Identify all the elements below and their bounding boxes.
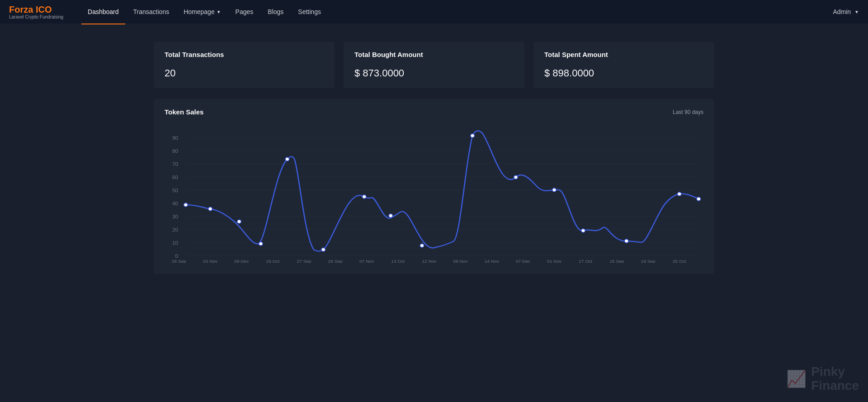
svg-text:70: 70: [172, 161, 178, 167]
navbar-left: Forza ICO Laravel Crypto Fundraising Das…: [9, 5, 327, 19]
svg-text:28 Sep: 28 Sep: [172, 259, 187, 263]
svg-text:13 Oct: 13 Oct: [391, 259, 405, 263]
svg-point-34: [678, 192, 682, 196]
svg-text:25 Oct: 25 Oct: [673, 259, 686, 263]
brand-plain: Forza: [9, 5, 36, 14]
svg-text:27 Sep: 27 Sep: [297, 259, 312, 263]
svg-text:20: 20: [172, 227, 178, 232]
svg-point-27: [389, 214, 393, 218]
chevron-down-icon: ▼: [217, 9, 221, 14]
svg-point-22: [237, 220, 241, 223]
svg-text:07 Dec: 07 Dec: [516, 259, 530, 263]
nav-settings[interactable]: Settings: [292, 5, 327, 18]
svg-point-23: [259, 242, 263, 246]
svg-point-28: [420, 244, 424, 247]
brand-title: Forza ICO: [9, 5, 63, 14]
stat-title-transactions: Total Transactions: [165, 51, 324, 58]
svg-point-24: [285, 157, 289, 161]
user-label: Admin: [833, 8, 851, 15]
watermark: 📈 Pinky Finance: [786, 365, 859, 393]
svg-text:29 Oct: 29 Oct: [266, 259, 280, 263]
svg-text:12 Nov: 12 Nov: [422, 259, 436, 263]
svg-text:80: 80: [172, 148, 178, 154]
stat-value-transactions: 20: [165, 67, 324, 79]
nav-user[interactable]: Admin ▼: [833, 8, 859, 15]
nav-blogs[interactable]: Blogs: [261, 5, 290, 18]
stat-title-bought: Total Bought Amount: [354, 51, 514, 58]
svg-text:30: 30: [172, 214, 178, 219]
watermark-text: Pinky Finance: [811, 365, 859, 393]
watermark-line2: Finance: [811, 379, 859, 393]
svg-text:15 Sep: 15 Sep: [609, 259, 624, 263]
stat-value-bought: $ 873.0000: [354, 67, 514, 79]
svg-text:19 Sep: 19 Sep: [641, 259, 656, 263]
nav-pages[interactable]: Pages: [229, 5, 260, 18]
svg-text:08 Dec: 08 Dec: [234, 259, 249, 263]
svg-point-33: [624, 239, 628, 243]
svg-text:0: 0: [175, 253, 178, 259]
stat-value-spent: $ 898.0000: [544, 67, 703, 79]
svg-text:26 Sep: 26 Sep: [328, 259, 343, 263]
svg-text:01 Nov: 01 Nov: [547, 259, 561, 263]
svg-point-21: [208, 207, 212, 211]
svg-point-32: [581, 229, 585, 232]
svg-text:03 Nov: 03 Nov: [203, 259, 217, 263]
chart-card: Token Sales Last 90 days 0 10 20 30 40 5…: [154, 99, 714, 274]
svg-point-26: [362, 195, 366, 199]
nav-dashboard[interactable]: Dashboard: [81, 5, 125, 18]
svg-text:90: 90: [172, 135, 178, 141]
brand-accent: ICO: [36, 5, 52, 14]
stat-title-spent: Total Spent Amount: [544, 51, 703, 58]
nav-links: Dashboard Transactions Homepage ▼ Pages …: [81, 5, 327, 18]
chart-period: Last 90 days: [673, 109, 703, 115]
stat-card-bought: Total Bought Amount $ 873.0000: [344, 42, 524, 88]
brand-subtitle: Laravel Crypto Fundraising: [9, 14, 63, 19]
svg-text:40: 40: [172, 201, 178, 206]
stat-card-transactions: Total Transactions 20: [154, 42, 335, 88]
svg-point-29: [471, 134, 475, 137]
svg-text:08 Nov: 08 Nov: [453, 259, 468, 263]
chart-container: 0 10 20 30 40 50 60 70 80 90: [165, 123, 703, 265]
svg-text:14 Nov: 14 Nov: [485, 259, 499, 263]
watermark-line1: Pinky: [811, 365, 859, 379]
svg-text:10: 10: [172, 240, 178, 246]
svg-point-30: [514, 175, 518, 179]
svg-text:27 Oct: 27 Oct: [579, 259, 592, 263]
stat-card-spent: Total Spent Amount $ 898.0000: [533, 42, 714, 88]
token-sales-chart: 0 10 20 30 40 50 60 70 80 90: [165, 123, 703, 263]
brand: Forza ICO Laravel Crypto Fundraising: [9, 5, 63, 19]
svg-text:60: 60: [172, 175, 178, 180]
navbar: Forza ICO Laravel Crypto Fundraising Das…: [0, 0, 868, 24]
svg-text:50: 50: [172, 188, 178, 193]
svg-point-31: [552, 188, 557, 192]
svg-point-20: [184, 203, 188, 207]
nav-transactions[interactable]: Transactions: [127, 5, 176, 18]
chart-header: Token Sales Last 90 days: [165, 108, 703, 116]
watermark-icon: 📈: [786, 369, 807, 388]
svg-point-35: [697, 197, 701, 201]
svg-point-25: [321, 248, 326, 251]
chart-title: Token Sales: [165, 108, 203, 116]
nav-homepage[interactable]: Homepage ▼: [177, 5, 227, 18]
user-chevron-icon: ▼: [854, 9, 859, 14]
main-content: Total Transactions 20 Total Bought Amoun…: [0, 24, 868, 292]
stat-cards: Total Transactions 20 Total Bought Amoun…: [154, 42, 714, 88]
svg-text:07 Nov: 07 Nov: [359, 259, 374, 263]
